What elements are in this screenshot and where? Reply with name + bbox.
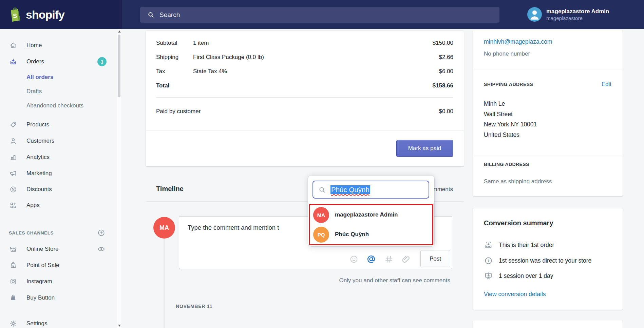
customer-phone: No phone number [484,50,530,57]
scrollbar-thumb[interactable] [118,35,120,97]
user-avatar [527,7,542,22]
billing-address-heading: BILLING ADDRESS [484,162,529,167]
avatar: MA [313,207,329,223]
selected-search-text: Phúc Quỳnh [330,185,370,194]
view-store-eye-icon[interactable] [97,245,106,253]
user-menu[interactable]: mageplazastore Admin mageplazastore [527,7,609,22]
products-tag-icon [9,121,17,129]
scroll-up-arrow[interactable] [118,30,121,33]
timeline-date-header: NOVEMBER 11 [176,303,214,310]
edit-shipping-address-link[interactable]: Edit [602,81,611,88]
svg-text:1: 1 [488,259,490,263]
sidebar-item-marketing[interactable]: Marketing [0,167,116,180]
mention-suggestions-popup: Phúc Quỳnh MA mageplazastore Admin PQ Ph… [308,176,434,246]
avatar: PQ [313,227,329,243]
divider [473,70,623,70]
sidebar-item-analytics[interactable]: Analytics [0,150,116,164]
logo-wordmark: shopify [26,8,64,21]
orders-count-badge: 3 [97,57,107,66]
subtotal-row: Subtotal 1 item $150.00 [156,39,453,47]
user-name: mageplazastore Admin [546,8,609,15]
sidebar-item-point-of-sale[interactable]: S Point of Sale [0,259,116,272]
discounts-percent-icon [9,185,17,193]
sidebar-item-apps[interactable]: Apps [0,199,116,212]
timeline-line [164,238,165,328]
conversion-item-sessions: 1 session over 1 day [484,271,553,281]
sidebar-item-orders[interactable]: Orders 3 [0,55,116,68]
comment-input-text: Type the comment and mention t [188,224,279,231]
first-session-icon: 1 [484,256,493,265]
paid-by-customer-row: Paid by customer $0.00 [156,107,453,116]
sidebar-item-discounts[interactable]: Discounts [0,183,116,196]
conversion-summary-heading: Conversion summary [484,219,553,227]
top-bar: S shopify Search mageplazastore Admin [0,0,644,29]
search-placeholder: Search [159,11,180,19]
divider [473,156,623,156]
online-store-icon [9,245,17,253]
sidebar-item-buy-button[interactable]: Buy Button [0,291,116,305]
marketing-megaphone-icon [9,169,17,178]
divider [156,97,453,98]
mention-suggestion-list: MA mageplazastore Admin PQ Phúc Quỳnh [309,204,433,245]
shipping-address-heading: SHIPPING ADDRESS [484,82,533,87]
mention-search-input[interactable]: Phúc Quỳnh [312,181,429,199]
add-sales-channel-button[interactable] [0,227,116,239]
sidebar-item-home[interactable]: Home [0,39,116,52]
search-icon [147,11,155,19]
sidebar-item-settings[interactable]: Settings [0,317,116,328]
shopify-logo[interactable]: S shopify [0,0,122,29]
tax-row: Tax State Tax 4% $6.00 [156,67,453,76]
emoji-icon[interactable] [349,254,359,264]
sidebar-item-abandoned-checkouts[interactable]: Abandoned checkouts [0,100,116,112]
timeline-heading: Timeline [156,185,184,193]
sidebar-scrollbar[interactable] [117,29,121,328]
sidebar-item-instagram[interactable]: Instagram [0,275,116,288]
scroll-down-arrow[interactable] [118,325,121,327]
mark-as-paid-button[interactable]: Mark as paid [396,140,453,157]
customer-info-card: minhlvh@mageplaza.com No phone number SH… [473,30,623,196]
comment-visibility-note: Only you and other staff can see comment… [339,277,450,284]
total-row: Total $158.66 [156,82,453,90]
instagram-icon [9,278,17,286]
global-search-input[interactable]: Search [140,7,499,23]
conversion-summary-card: Conversion summary 1 This is their 1st o… [473,208,623,310]
apps-grid-icon [9,201,17,209]
shipping-row: Shipping First Class Package (0.0 lb) $2… [156,53,453,61]
orders-icon [9,58,17,66]
composer-avatar: MA [153,217,175,239]
sidebar-item-online-store[interactable]: Online Store [0,242,116,256]
svg-text:S: S [12,264,14,267]
shipping-address: Minh Le Wall Street New York NY 10001 Un… [484,99,537,140]
shopify-bag-icon: S [8,7,22,22]
settings-gear-icon [9,320,17,328]
mention-option-admin[interactable]: MA mageplazastore Admin [310,205,432,225]
hashtag-icon[interactable] [384,254,394,264]
user-store-name: mageplazastore [546,15,609,21]
payment-summary-card: Subtotal 1 item $150.00 Shipping First C… [146,31,464,166]
conversion-item-first-order: 1 This is their 1st order [484,240,554,250]
svg-text:S: S [13,12,17,19]
mention-option-phuc-quynh[interactable]: PQ Phúc Quỳnh [310,225,432,244]
attachment-paperclip-icon[interactable] [401,254,411,264]
buy-button-bag-icon [9,294,17,302]
home-icon [9,41,17,49]
search-icon [318,186,326,194]
view-conversion-details-link[interactable]: View conversion details [484,291,546,298]
customer-email-link[interactable]: minhlvh@mageplaza.com [484,38,552,45]
plus-circle-icon [97,229,106,237]
point-of-sale-bag-icon: S [9,261,17,269]
post-comment-button[interactable]: Post [420,250,450,267]
conversion-item-first-session: 1 1st session was direct to your store [484,255,591,266]
billing-address-note: Same as shipping address [484,178,552,185]
analytics-chart-icon [9,153,17,161]
next-card-partial [473,320,623,328]
customers-person-icon [9,137,17,145]
sidebar-item-customers[interactable]: Customers [0,134,116,148]
sessions-board-icon [484,271,493,281]
sidebar-item-all-orders[interactable]: All orders [0,71,116,83]
mention-at-icon[interactable] [366,254,376,264]
divider [146,130,464,130]
shopify-admin-page: S shopify Search mageplazastore Admin [0,0,644,328]
sidebar-item-drafts[interactable]: Drafts [0,85,116,98]
sidebar-item-products[interactable]: Products [0,118,116,131]
